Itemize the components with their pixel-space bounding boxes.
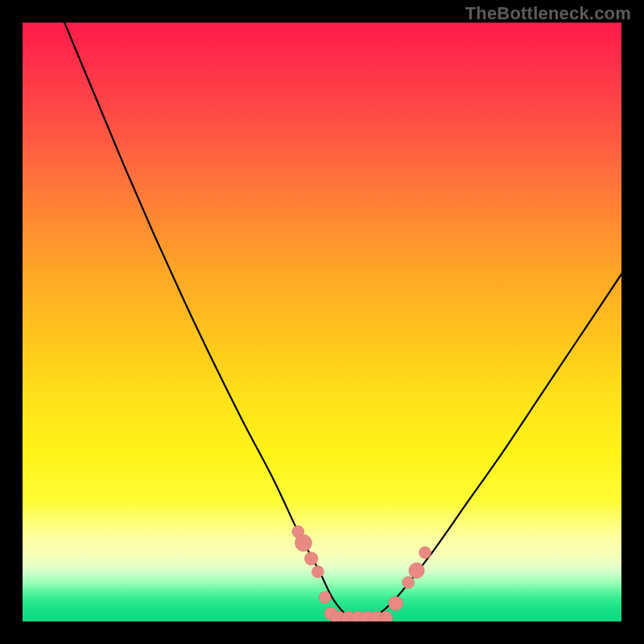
plot-area [23, 23, 621, 621]
watermark-text: TheBottleneck.com [465, 3, 631, 24]
gradient-background [23, 23, 621, 621]
chart-container: TheBottleneck.com [0, 0, 644, 644]
